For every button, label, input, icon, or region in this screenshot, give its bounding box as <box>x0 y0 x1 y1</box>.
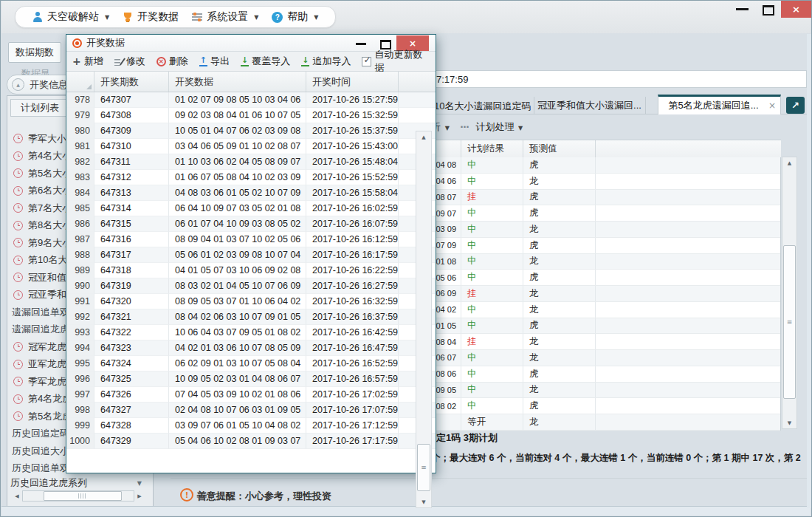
scrollbar-track[interactable] <box>22 490 134 501</box>
row-number-cell: 981 <box>66 139 94 154</box>
close-button[interactable]: × <box>781 1 811 18</box>
draw-table-row[interactable]: 99364732210 06 04 03 07 09 05 01 08 0220… <box>66 325 436 340</box>
scroll-right-icon[interactable]: ▶ <box>134 490 145 501</box>
draw-table-row[interactable]: 97964730809 02 03 08 04 01 06 10 07 0520… <box>66 108 436 123</box>
plan-result-cell: 中 <box>461 318 523 334</box>
draw-table-row[interactable]: 100064732905 04 06 10 02 08 01 09 03 072… <box>66 434 436 449</box>
menu-site[interactable]: 天空破解站 ▼ <box>26 10 116 24</box>
add-button[interactable]: + 新增 <box>72 55 103 68</box>
draw-table-row[interactable]: 98464731304 08 03 06 01 05 02 10 07 0920… <box>66 185 436 201</box>
menu-settings[interactable]: 系统设置 ▼ <box>185 10 265 24</box>
dialog-vertical-scrollbar[interactable]: ▲ ≡ ▼ <box>416 131 432 508</box>
draw-table-row[interactable]: 99464732304 02 01 03 06 10 07 08 05 0920… <box>66 340 436 356</box>
plan-item-label: 历史回追大小 <box>12 445 69 458</box>
row-number-cell: 993 <box>66 325 94 340</box>
clock-icon <box>13 203 23 213</box>
tab-5th-dragon-tiger[interactable]: 第5名龙虎遗漏回追... × <box>658 95 781 114</box>
draw-table-row[interactable]: 99864732702 04 08 10 07 06 03 01 09 0520… <box>66 403 436 418</box>
delete-button[interactable]: × 删除 <box>156 55 188 68</box>
scroll-down-icon[interactable]: ▼ <box>782 417 796 428</box>
plan-list-title: 计划列表 <box>10 99 69 117</box>
plan-footer-dropdown[interactable]: 历史回追龙虎系列 ▼ <box>10 475 149 491</box>
empty-cell <box>595 286 780 301</box>
plus-icon: + <box>72 57 81 66</box>
chevron-down-icon: ▼ <box>445 125 450 131</box>
scroll-up-icon[interactable]: ▲ <box>416 131 431 143</box>
numbers-cell: 10 06 04 03 07 09 05 01 08 02 <box>169 325 306 340</box>
draw-table-row[interactable]: 97864730701 02 07 09 08 05 10 03 04 0620… <box>66 92 436 108</box>
dialog-toolbar: + 新增 修改 × 删除 ↑ 导出 ↓ 覆盖导入 ↓ 追加导入 <box>66 52 436 72</box>
menu-help[interactable]: ? 帮助 ▼ <box>265 10 325 24</box>
draw-table-row[interactable]: 99764732607 04 05 03 09 10 02 01 08 0620… <box>66 387 436 403</box>
scroll-left-icon[interactable]: ◀ <box>12 490 22 501</box>
row-number-cell: 987 <box>66 232 94 247</box>
tab-close-icon[interactable]: × <box>768 100 776 111</box>
draw-table-row[interactable]: 99964732803 09 07 06 01 05 10 04 08 0220… <box>66 418 436 434</box>
plan-horizontal-scrollbar[interactable]: ◀ ▶ <box>12 490 145 501</box>
time-cell: 2017-10-26 16:32:59 <box>306 294 399 309</box>
plan-process-menu[interactable]: ··· 计划处理 ▼ <box>460 120 523 134</box>
draw-table-row[interactable]: 98764731608 09 04 01 03 07 10 02 05 0620… <box>66 232 436 247</box>
time-header[interactable]: 开奖时间 <box>306 72 399 92</box>
export-button[interactable]: ↑ 导出 <box>199 55 230 68</box>
plan-item-label: 冠亚和值 <box>28 271 66 284</box>
scroll-up-icon[interactable]: ▲ <box>782 157 796 168</box>
minimize-button[interactable] <box>736 8 749 10</box>
period-cell: 647310 <box>94 139 169 154</box>
predict-value-cell: 龙 <box>523 286 595 301</box>
collapse-toggle-icon[interactable]: ▲ <box>12 78 24 91</box>
draw-table-row[interactable]: 98664731506 01 07 04 10 09 03 08 05 0220… <box>66 216 436 232</box>
scrollbar-thumb[interactable]: ≡ <box>417 444 430 491</box>
predict-value-cell: 龙 <box>523 414 595 430</box>
append-import-button[interactable]: ↓ 追加导入 <box>301 55 351 68</box>
result-vertical-scrollbar[interactable]: ▲ ≡ ▼ <box>782 157 797 429</box>
scrollbar-thumb[interactable]: ≡ <box>783 245 796 399</box>
draw-table-row[interactable]: 99664732510 09 05 02 03 01 04 08 06 0720… <box>66 372 436 387</box>
clock-icon <box>13 168 23 178</box>
draw-table-row[interactable]: 98564731406 04 10 09 07 03 05 02 01 0820… <box>66 201 436 216</box>
checkbox-checked-icon[interactable]: ✓ <box>362 57 371 66</box>
plan-summary-title-fragment: 定1码 3期计划 <box>436 431 498 445</box>
menu-draw-data[interactable]: 开奖数据 <box>116 10 185 24</box>
numbers-cell: 08 09 05 03 07 01 10 06 04 02 <box>169 294 306 309</box>
expand-panel-button[interactable]: ↗ <box>786 97 805 114</box>
tab-champion-sum[interactable]: 冠亚季和值大小遗漏回... <box>534 97 646 114</box>
plan-process-label: 计划处理 <box>475 121 514 132</box>
time-cell: 2017-10-26 17:02:59 <box>306 387 399 403</box>
dialog-minimize-button[interactable] <box>356 43 366 45</box>
maximize-button[interactable] <box>763 5 774 16</box>
tab-10th-bigsmall-label[interactable]: 10名大小遗漏回追定码 <box>434 100 531 113</box>
draw-table-row[interactable]: 98864731705 06 01 02 03 09 08 10 07 0420… <box>66 247 436 263</box>
edit-button[interactable]: 修改 <box>114 55 145 68</box>
draw-table-row[interactable]: 99564732406 02 09 01 03 10 07 05 08 0420… <box>66 356 436 372</box>
draw-table-row[interactable]: 98964731804 01 05 07 03 10 06 09 02 0820… <box>66 263 436 278</box>
overwrite-import-button[interactable]: ↓ 覆盖导入 <box>241 55 290 68</box>
menu-site-label: 天空破解站 <box>47 10 99 24</box>
draw-table-row[interactable]: 99264732108 04 02 06 03 10 07 09 01 0520… <box>66 309 436 325</box>
time-cell: 2017-10-26 17:12:59 <box>306 418 399 434</box>
tab-data-periods[interactable]: 数据期数 <box>8 42 61 63</box>
draw-table-row[interactable]: 99164732008 09 05 03 07 01 10 06 04 0220… <box>66 294 436 309</box>
draw-table-row[interactable]: 98364731201 06 07 05 08 04 10 02 03 0920… <box>66 170 436 185</box>
period-cell: 647314 <box>94 201 169 216</box>
period-cell: 647312 <box>94 170 169 185</box>
period-header[interactable]: 开奖期数 <box>94 72 169 92</box>
numbers-header[interactable]: 开奖数据 <box>169 72 306 92</box>
scrollbar-thumb[interactable] <box>44 491 122 501</box>
draw-table-body: 97864730701 02 07 09 08 05 10 03 04 0620… <box>66 92 436 449</box>
edit-icon <box>114 58 123 66</box>
numbers-cell: 08 03 02 01 04 05 10 07 06 09 <box>169 278 306 294</box>
row-number-cell: 989 <box>66 263 94 278</box>
empty-cell <box>595 190 780 205</box>
draw-table-row[interactable]: 98064730910 05 01 04 07 06 02 03 09 0820… <box>66 123 436 139</box>
row-number-header[interactable] <box>66 72 94 92</box>
time-cell: 2017-10-26 16:57:59 <box>306 372 399 387</box>
scroll-down-icon[interactable]: ▼ <box>416 496 431 507</box>
draw-table-row[interactable]: 98164731003 04 06 05 09 01 10 02 08 0720… <box>66 139 436 154</box>
auto-update-checkbox[interactable]: ✓ 自动更新数据 <box>362 48 428 75</box>
row-number-cell: 991 <box>66 294 94 309</box>
period-cell: 647322 <box>94 325 169 340</box>
menu-draw-data-label: 开奖数据 <box>137 10 179 24</box>
draw-table-row[interactable]: 98264731101 10 03 06 02 04 05 08 09 0720… <box>66 154 436 170</box>
draw-table-row[interactable]: 99064731908 03 02 01 04 05 10 07 06 0920… <box>66 278 436 294</box>
